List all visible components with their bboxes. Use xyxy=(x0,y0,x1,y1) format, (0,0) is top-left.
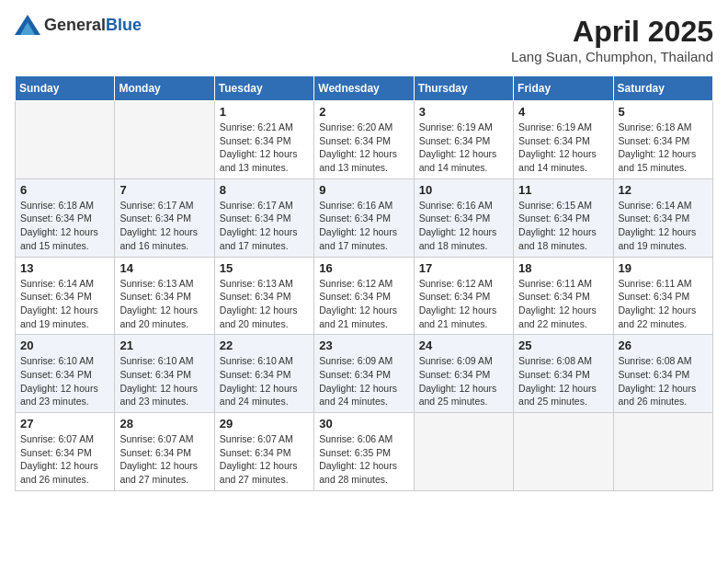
day-info: Sunrise: 6:12 AM Sunset: 6:34 PM Dayligh… xyxy=(319,277,408,331)
day-number: 25 xyxy=(518,339,608,352)
day-number: 10 xyxy=(419,183,508,197)
day-number: 17 xyxy=(419,261,508,275)
day-number: 22 xyxy=(220,339,309,352)
calendar-week-row: 13Sunrise: 6:14 AM Sunset: 6:34 PM Dayli… xyxy=(16,257,713,335)
calendar-table: SundayMondayTuesdayWednesdayThursdayFrid… xyxy=(15,75,713,491)
day-info: Sunrise: 6:11 AM Sunset: 6:34 PM Dayligh… xyxy=(619,277,708,331)
calendar-cell: 29Sunrise: 6:07 AM Sunset: 6:34 PM Dayli… xyxy=(214,413,313,491)
day-info: Sunrise: 6:10 AM Sunset: 6:34 PM Dayligh… xyxy=(20,354,109,408)
logo-general: General xyxy=(44,16,106,34)
calendar-cell xyxy=(613,413,712,491)
title-area: April 2025 Lang Suan, Chumphon, Thailand xyxy=(511,15,713,64)
day-info: Sunrise: 6:16 AM Sunset: 6:34 PM Dayligh… xyxy=(419,199,508,253)
day-number: 12 xyxy=(619,183,708,197)
calendar-cell: 12Sunrise: 6:14 AM Sunset: 6:34 PM Dayli… xyxy=(613,178,712,257)
calendar-cell: 11Sunrise: 6:15 AM Sunset: 6:34 PM Dayli… xyxy=(514,178,613,257)
weekday-header: Monday xyxy=(115,76,214,101)
day-number: 23 xyxy=(319,339,408,352)
day-info: Sunrise: 6:14 AM Sunset: 6:34 PM Dayligh… xyxy=(619,199,708,253)
page-header: GeneralBlue April 2025 Lang Suan, Chumph… xyxy=(15,15,713,64)
day-number: 16 xyxy=(319,261,408,275)
day-info: Sunrise: 6:08 AM Sunset: 6:34 PM Dayligh… xyxy=(518,354,608,408)
day-info: Sunrise: 6:19 AM Sunset: 6:34 PM Dayligh… xyxy=(518,121,608,175)
calendar-cell: 18Sunrise: 6:11 AM Sunset: 6:34 PM Dayli… xyxy=(514,257,613,335)
day-number: 4 xyxy=(518,105,608,119)
weekday-header: Wednesday xyxy=(314,76,414,101)
day-info: Sunrise: 6:19 AM Sunset: 6:34 PM Dayligh… xyxy=(419,121,508,175)
day-info: Sunrise: 6:18 AM Sunset: 6:34 PM Dayligh… xyxy=(619,121,708,175)
calendar-cell: 3Sunrise: 6:19 AM Sunset: 6:34 PM Daylig… xyxy=(414,101,513,179)
weekday-header: Friday xyxy=(514,76,613,101)
weekday-header: Thursday xyxy=(414,76,513,101)
day-info: Sunrise: 6:17 AM Sunset: 6:34 PM Dayligh… xyxy=(119,199,209,253)
calendar-cell: 24Sunrise: 6:09 AM Sunset: 6:34 PM Dayli… xyxy=(414,335,513,413)
weekday-header-row: SundayMondayTuesdayWednesdayThursdayFrid… xyxy=(16,76,713,101)
calendar-cell: 22Sunrise: 6:10 AM Sunset: 6:34 PM Dayli… xyxy=(214,335,313,413)
calendar-cell: 27Sunrise: 6:07 AM Sunset: 6:34 PM Dayli… xyxy=(16,413,115,491)
day-number: 29 xyxy=(220,417,309,431)
day-info: Sunrise: 6:06 AM Sunset: 6:35 PM Dayligh… xyxy=(319,432,408,487)
day-number: 20 xyxy=(20,339,109,352)
day-number: 3 xyxy=(419,105,508,119)
calendar-cell: 2Sunrise: 6:20 AM Sunset: 6:34 PM Daylig… xyxy=(314,101,414,179)
day-info: Sunrise: 6:20 AM Sunset: 6:34 PM Dayligh… xyxy=(319,121,408,175)
calendar-cell: 1Sunrise: 6:21 AM Sunset: 6:34 PM Daylig… xyxy=(214,101,313,179)
calendar-cell: 23Sunrise: 6:09 AM Sunset: 6:34 PM Dayli… xyxy=(314,335,414,413)
calendar-cell: 6Sunrise: 6:18 AM Sunset: 6:34 PM Daylig… xyxy=(16,178,115,257)
calendar-cell: 9Sunrise: 6:16 AM Sunset: 6:34 PM Daylig… xyxy=(314,178,414,257)
day-info: Sunrise: 6:07 AM Sunset: 6:34 PM Dayligh… xyxy=(119,432,209,487)
day-number: 27 xyxy=(20,417,109,431)
weekday-header: Tuesday xyxy=(214,76,313,101)
day-info: Sunrise: 6:14 AM Sunset: 6:34 PM Dayligh… xyxy=(20,277,109,331)
day-number: 24 xyxy=(419,339,508,352)
day-info: Sunrise: 6:09 AM Sunset: 6:34 PM Dayligh… xyxy=(419,354,508,408)
day-number: 14 xyxy=(119,261,209,275)
weekday-header: Saturday xyxy=(613,76,712,101)
month-year-title: April 2025 xyxy=(511,15,713,49)
day-number: 8 xyxy=(220,183,309,197)
day-number: 5 xyxy=(619,105,708,119)
calendar-cell xyxy=(16,101,115,179)
day-number: 9 xyxy=(319,183,408,197)
calendar-week-row: 1Sunrise: 6:21 AM Sunset: 6:34 PM Daylig… xyxy=(16,101,713,179)
calendar-cell: 5Sunrise: 6:18 AM Sunset: 6:34 PM Daylig… xyxy=(613,101,712,179)
calendar-cell: 30Sunrise: 6:06 AM Sunset: 6:35 PM Dayli… xyxy=(314,413,414,491)
day-number: 18 xyxy=(518,261,608,275)
calendar-cell: 16Sunrise: 6:12 AM Sunset: 6:34 PM Dayli… xyxy=(314,257,414,335)
calendar-week-row: 6Sunrise: 6:18 AM Sunset: 6:34 PM Daylig… xyxy=(16,178,713,257)
day-info: Sunrise: 6:10 AM Sunset: 6:34 PM Dayligh… xyxy=(119,354,209,408)
day-info: Sunrise: 6:07 AM Sunset: 6:34 PM Dayligh… xyxy=(20,432,109,487)
calendar-cell: 21Sunrise: 6:10 AM Sunset: 6:34 PM Dayli… xyxy=(115,335,214,413)
day-info: Sunrise: 6:13 AM Sunset: 6:34 PM Dayligh… xyxy=(220,277,309,331)
day-number: 13 xyxy=(20,261,109,275)
calendar-cell: 7Sunrise: 6:17 AM Sunset: 6:34 PM Daylig… xyxy=(115,178,214,257)
logo-blue: Blue xyxy=(106,16,142,34)
calendar-cell xyxy=(414,413,513,491)
day-number: 15 xyxy=(220,261,309,275)
day-info: Sunrise: 6:11 AM Sunset: 6:34 PM Dayligh… xyxy=(518,277,608,331)
day-number: 6 xyxy=(20,183,109,197)
calendar-cell: 8Sunrise: 6:17 AM Sunset: 6:34 PM Daylig… xyxy=(214,178,313,257)
day-info: Sunrise: 6:21 AM Sunset: 6:34 PM Dayligh… xyxy=(220,121,309,175)
calendar-cell: 4Sunrise: 6:19 AM Sunset: 6:34 PM Daylig… xyxy=(514,101,613,179)
location-subtitle: Lang Suan, Chumphon, Thailand xyxy=(511,49,713,64)
calendar-cell: 20Sunrise: 6:10 AM Sunset: 6:34 PM Dayli… xyxy=(16,335,115,413)
calendar-cell: 10Sunrise: 6:16 AM Sunset: 6:34 PM Dayli… xyxy=(414,178,513,257)
day-number: 28 xyxy=(119,417,209,431)
calendar-cell: 13Sunrise: 6:14 AM Sunset: 6:34 PM Dayli… xyxy=(16,257,115,335)
day-info: Sunrise: 6:08 AM Sunset: 6:34 PM Dayligh… xyxy=(619,354,708,408)
day-info: Sunrise: 6:13 AM Sunset: 6:34 PM Dayligh… xyxy=(119,277,209,331)
day-number: 21 xyxy=(119,339,209,352)
day-number: 7 xyxy=(119,183,209,197)
weekday-header: Sunday xyxy=(16,76,115,101)
day-number: 1 xyxy=(220,105,309,119)
day-number: 2 xyxy=(319,105,408,119)
day-info: Sunrise: 6:15 AM Sunset: 6:34 PM Dayligh… xyxy=(518,199,608,253)
day-info: Sunrise: 6:07 AM Sunset: 6:34 PM Dayligh… xyxy=(220,432,309,487)
day-number: 30 xyxy=(319,417,408,431)
calendar-cell: 26Sunrise: 6:08 AM Sunset: 6:34 PM Dayli… xyxy=(613,335,712,413)
day-info: Sunrise: 6:18 AM Sunset: 6:34 PM Dayligh… xyxy=(20,199,109,253)
calendar-cell xyxy=(115,101,214,179)
logo: GeneralBlue xyxy=(15,15,142,35)
day-number: 26 xyxy=(619,339,708,352)
